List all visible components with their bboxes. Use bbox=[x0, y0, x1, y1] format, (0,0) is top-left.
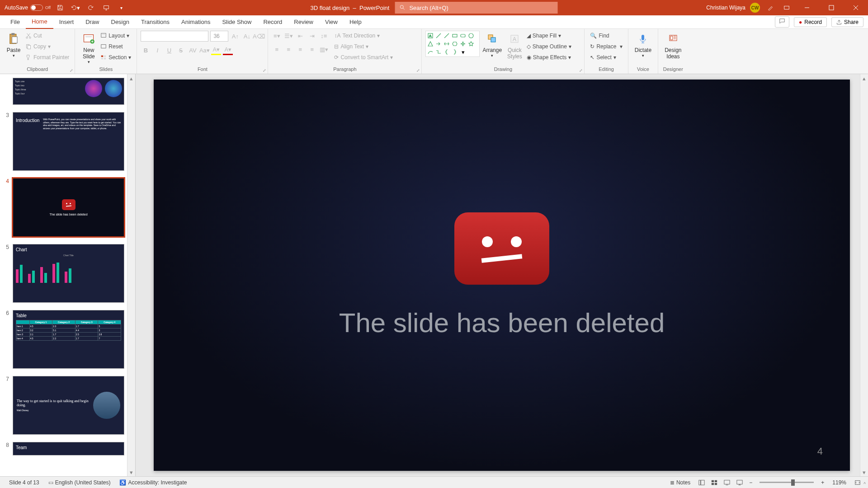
slide-canvas[interactable]: The slide has been deleted 4 ▴ ▾ bbox=[136, 74, 868, 476]
thumbnail-item[interactable]: 6 Table Category 1Category 2Category 3Ca… bbox=[0, 306, 135, 372]
shape-triangle-icon[interactable] bbox=[427, 40, 434, 47]
thumbnail-item[interactable]: 7 The way to get started is to quit talk… bbox=[0, 372, 135, 438]
thumb-preview[interactable]: The way to get started is to quit talkin… bbox=[13, 376, 124, 435]
scroll-up-icon[interactable]: ▴ bbox=[860, 74, 868, 82]
shape-rrect-icon[interactable] bbox=[459, 32, 467, 39]
search-input[interactable]: Search (Alt+Q) bbox=[395, 2, 557, 14]
maximize-button[interactable] bbox=[821, 0, 841, 15]
shapes-gallery[interactable]: A ▾ bbox=[425, 31, 480, 57]
highlight-button[interactable]: A▾ bbox=[211, 45, 221, 55]
undo-icon[interactable]: ▾ bbox=[70, 2, 81, 14]
replace-button[interactable]: ↻Replace ▾ bbox=[588, 42, 624, 52]
smartart-button[interactable]: ⟳Convert to SmartArt ▾ bbox=[332, 52, 395, 62]
shape-outline-button[interactable]: ◇Shape Outline ▾ bbox=[525, 42, 573, 52]
section-button[interactable]: Section ▾ bbox=[99, 52, 133, 62]
save-icon[interactable] bbox=[54, 2, 66, 14]
text-direction-button[interactable]: ↕AText Direction ▾ bbox=[332, 31, 395, 41]
columns-icon[interactable]: ▥▾ bbox=[319, 44, 329, 54]
thumb-preview[interactable]: The slide has been deleted bbox=[13, 178, 124, 237]
bullets-icon[interactable]: ≡▾ bbox=[272, 31, 282, 41]
canvas-scrollbar[interactable]: ▴ ▾ bbox=[860, 74, 868, 476]
fit-button[interactable] bbox=[852, 478, 863, 487]
shape-line-icon[interactable] bbox=[435, 32, 442, 39]
tab-draw[interactable]: Draw bbox=[80, 15, 105, 29]
shape-star4-icon[interactable] bbox=[459, 40, 467, 47]
record-button[interactable]: ●Record bbox=[794, 17, 827, 27]
align-text-button[interactable]: ⊟Align Text ▾ bbox=[332, 42, 395, 52]
justify-icon[interactable]: ≡ bbox=[307, 44, 317, 54]
format-painter-button[interactable]: Format Painter bbox=[24, 52, 71, 62]
present-icon[interactable] bbox=[100, 2, 112, 14]
copy-button[interactable]: Copy ▾ bbox=[24, 42, 71, 52]
shape-effects-button[interactable]: ◉Shape Effects ▾ bbox=[525, 52, 573, 62]
thumbnail-item[interactable]: 8 Team bbox=[0, 438, 135, 459]
zoom-in-button[interactable]: + bbox=[818, 479, 827, 486]
line-spacing-icon[interactable]: ↕≡ bbox=[319, 31, 329, 41]
shape-arrow-icon[interactable] bbox=[435, 40, 442, 47]
thumbnail-panel[interactable]: Topic oneTopic twoTopic threeTopic four … bbox=[0, 74, 136, 476]
find-button[interactable]: 🔍Find bbox=[588, 31, 624, 41]
reading-view-button[interactable] bbox=[721, 478, 733, 487]
slide-counter[interactable]: Slide 4 of 13 bbox=[5, 479, 44, 486]
slide[interactable]: The slide has been deleted 4 bbox=[154, 80, 850, 471]
font-launcher[interactable]: ⤢ bbox=[263, 68, 266, 73]
tab-home[interactable]: Home bbox=[26, 15, 53, 29]
user-avatar[interactable]: CW bbox=[750, 3, 760, 13]
shape-lbrace-icon[interactable] bbox=[443, 48, 450, 56]
zoom-slider[interactable] bbox=[760, 482, 814, 483]
zoom-out-button[interactable]: − bbox=[746, 479, 755, 486]
tab-record[interactable]: Record bbox=[257, 15, 288, 29]
increase-font-icon[interactable]: A↑ bbox=[230, 31, 240, 41]
thumbnail-item[interactable]: 5 Chart Chart Title bbox=[0, 240, 135, 306]
accessibility-status[interactable]: ♿Accessibility: Investigate bbox=[115, 479, 191, 486]
notes-button[interactable]: ≣Notes bbox=[665, 479, 695, 486]
thumb-preview[interactable]: Team bbox=[13, 442, 124, 455]
shape-fill-button[interactable]: ◢Shape Fill ▾ bbox=[525, 31, 573, 41]
clear-format-icon[interactable]: A⌫ bbox=[254, 31, 264, 41]
numbering-icon[interactable]: ☰▾ bbox=[283, 31, 293, 41]
indent-left-icon[interactable]: ⇤ bbox=[295, 31, 305, 41]
shape-darrow-icon[interactable] bbox=[443, 40, 450, 47]
shape-rect-icon[interactable] bbox=[451, 32, 458, 39]
tab-review[interactable]: Review bbox=[288, 15, 319, 29]
normal-view-button[interactable] bbox=[696, 478, 708, 487]
thumb-preview[interactable]: Chart Chart Title bbox=[13, 244, 124, 303]
thumbnail-item[interactable]: Topic oneTopic twoTopic threeTopic four bbox=[0, 74, 135, 108]
cut-button[interactable]: Cut bbox=[24, 31, 71, 41]
font-family-input[interactable] bbox=[141, 31, 208, 42]
tab-file[interactable]: File bbox=[5, 15, 26, 29]
shape-curve-icon[interactable] bbox=[427, 48, 434, 56]
shape-textbox-icon[interactable]: A bbox=[427, 32, 434, 39]
align-left-icon[interactable]: ≡ bbox=[272, 44, 282, 54]
drawing-launcher[interactable]: ⤢ bbox=[579, 68, 583, 73]
autosave-toggle[interactable]: AutoSave Off bbox=[5, 5, 51, 11]
indent-right-icon[interactable]: ⇥ bbox=[307, 31, 317, 41]
font-size-input[interactable]: 36 bbox=[210, 31, 228, 42]
language-status[interactable]: ▭English (United States) bbox=[44, 479, 115, 486]
shape-line2-icon[interactable] bbox=[443, 32, 450, 39]
scroll-down-icon[interactable]: ▾ bbox=[860, 468, 868, 476]
thumb-preview[interactable]: Topic oneTopic twoTopic threeTopic four bbox=[13, 78, 124, 105]
arrange-button[interactable]: Arrange▾ bbox=[480, 31, 505, 59]
tab-slideshow[interactable]: Slide Show bbox=[216, 15, 257, 29]
tab-animations[interactable]: Animations bbox=[175, 15, 216, 29]
reset-button[interactable]: Reset bbox=[99, 42, 133, 52]
tab-transitions[interactable]: Transitions bbox=[135, 15, 175, 29]
shape-hex-icon[interactable] bbox=[451, 40, 458, 47]
tab-help[interactable]: Help bbox=[344, 15, 368, 29]
align-right-icon[interactable]: ≡ bbox=[295, 44, 305, 54]
underline-button[interactable]: U bbox=[164, 45, 174, 55]
redo-icon[interactable] bbox=[85, 2, 97, 14]
tab-design[interactable]: Design bbox=[105, 15, 135, 29]
select-button[interactable]: ↖Select ▾ bbox=[588, 52, 624, 62]
user-name[interactable]: Christian Wijaya bbox=[706, 5, 745, 11]
scroll-down-icon[interactable]: ▾ bbox=[127, 468, 135, 476]
shadow-button[interactable]: AV bbox=[188, 45, 198, 55]
sorter-view-button[interactable] bbox=[708, 478, 720, 487]
shape-star-icon[interactable] bbox=[467, 40, 475, 47]
decrease-font-icon[interactable]: A↓ bbox=[242, 31, 252, 41]
spacing-button[interactable]: Aa▾ bbox=[199, 45, 209, 55]
layout-button[interactable]: Layout ▾ bbox=[99, 31, 133, 41]
minimize-button[interactable] bbox=[797, 0, 817, 15]
shape-rbrace-icon[interactable] bbox=[451, 48, 458, 56]
